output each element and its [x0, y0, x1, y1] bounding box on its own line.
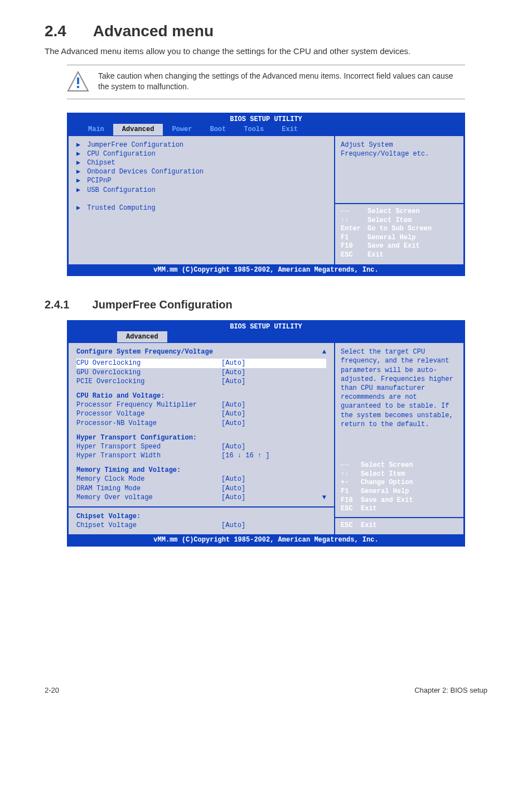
key-desc: Exit [361, 505, 377, 514]
key-hint: +-Change Option [341, 479, 458, 487]
key-desc: Change Option [361, 479, 413, 487]
field-label: Processor Voltage [76, 409, 221, 418]
key: ↑↓ [341, 470, 361, 479]
field-value: [Auto] [221, 368, 245, 377]
field-mem-clock-mode[interactable]: Memory Clock Mode[Auto] [76, 475, 326, 484]
field-ht-speed[interactable]: Hyper Transport Speed[Auto] [76, 442, 326, 451]
subsection-heading: 2.4.1 JumperFree Configuration [45, 298, 487, 311]
page-footer: 2-20 Chapter 2: BIOS setup [45, 669, 487, 700]
key-hint: F1General Help [341, 487, 458, 496]
field-label: CPU Overclocking [76, 359, 221, 368]
bios-tab-bar: Main Advanced Power Boot Tools Exit [68, 124, 464, 135]
key-desc: Select Item [361, 470, 405, 479]
key-hint: F10Save and Exit [341, 242, 458, 251]
bios-side-panel: Select the target CPU frequency, and the… [335, 343, 463, 534]
caution-text: Take caution when changing the settings … [98, 71, 465, 92]
field-proc-freq-mult[interactable]: Processor Frequency Multiplier[Auto] [76, 400, 326, 409]
field-label: Memory Clock Mode [76, 475, 221, 484]
tab-main[interactable]: Main [79, 124, 113, 135]
key: ESC [341, 505, 361, 514]
menu-item-cpu-config[interactable]: ▶ CPU Configuration [76, 149, 326, 158]
svg-rect-2 [77, 86, 79, 88]
bios-side-panel: Adjust System Frequency/Voltage etc. ←→S… [335, 136, 463, 264]
field-label: Hyper Transport Width [76, 451, 221, 460]
key-desc: Select Screen [367, 207, 420, 216]
tab-power[interactable]: Power [163, 124, 201, 135]
key-hint: ↑↓Select Item [341, 216, 458, 225]
tab-boot[interactable]: Boot [201, 124, 235, 135]
menu-item-chipset[interactable]: ▶ Chipset [76, 158, 326, 167]
menu-item-trusted-computing[interactable]: ▶ Trusted Computing [76, 204, 326, 212]
field-pcie-overclocking[interactable]: PCIE Overclocking[Auto] [76, 377, 326, 386]
intro-paragraph: The Advanced menu items allow you to cha… [45, 46, 487, 57]
field-proc-nb-voltage[interactable]: Processor-NB Voltage[Auto] [76, 419, 326, 428]
menu-item-label: JumperFree Configuration [87, 141, 183, 149]
field-mem-over-voltage[interactable]: Memory Over voltage[Auto]▼ [76, 493, 326, 502]
field-label: Hyper Transport Speed [76, 442, 221, 451]
bios-body: ▶ JumperFree Configuration ▶ CPU Configu… [68, 136, 464, 265]
key: ←→ [341, 207, 367, 216]
menu-item-jumperfree[interactable]: ▶ JumperFree Configuration [76, 141, 326, 149]
key-hint: ←→Select Screen [341, 207, 458, 216]
key-desc: Save and Exit [361, 496, 413, 505]
key-desc: General Help [361, 487, 409, 496]
menu-item-onboard[interactable]: ▶ Onboard Devices Configuration [76, 167, 326, 176]
menu-item-usb-config[interactable]: ▶ USB Configuration [76, 186, 326, 195]
bios-title: BIOS SETUP UTILITY [68, 114, 464, 124]
svg-rect-1 [77, 78, 79, 84]
bios-screen-advanced-menu: BIOS SETUP UTILITY Main Advanced Power B… [67, 113, 465, 276]
field-proc-voltage[interactable]: Processor Voltage[Auto] [76, 409, 326, 418]
key: +- [341, 479, 361, 487]
field-value: [Auto] [221, 400, 245, 409]
heading-number: 2.4 [45, 22, 89, 40]
key-hint: F1General Help [341, 234, 458, 243]
field-value: [Auto] [221, 442, 245, 451]
field-value: [Auto] [221, 521, 245, 530]
field-gpu-overclocking[interactable]: GPU Overclocking[Auto] [76, 368, 326, 377]
menu-item-label: USB Configuration [87, 186, 155, 194]
side-separator [335, 203, 463, 204]
key-hint: ←→Select Screen [341, 461, 458, 470]
field-chipset-voltage[interactable]: Chipset Voltage[Auto] [76, 521, 326, 530]
side-separator [335, 517, 463, 518]
tab-advanced[interactable]: Advanced [117, 331, 167, 342]
key: Enter [341, 225, 367, 234]
key-desc: Save and Exit [367, 242, 420, 251]
footer-chapter: Chapter 2: BIOS setup [414, 686, 487, 694]
tab-tools[interactable]: Tools [235, 124, 273, 135]
menu-spacer [76, 195, 326, 204]
key-desc: Select Item [367, 216, 412, 225]
subheading-text: JumperFree Configuration [93, 298, 233, 311]
key-hint: ESCExit [341, 521, 458, 530]
key-hint: EnterGo to Sub Screen [341, 225, 458, 234]
key: F1 [341, 234, 367, 243]
key: F1 [341, 487, 361, 496]
field-dram-timing-mode[interactable]: DRAM Timing Mode[Auto] [76, 484, 326, 493]
menu-item-pcipnp[interactable]: ▶ PCIPnP [76, 176, 326, 185]
field-ht-width[interactable]: Hyper Transport Width[16 ↓ 16 ↑ ] [76, 451, 326, 460]
bios-key-hints: ←→Select Screen ↑↓Select Item EnterGo to… [341, 207, 458, 260]
heading-text: Advanced menu [93, 22, 214, 40]
scroll-down-icon: ▼ [322, 493, 326, 502]
field-value: [Auto] [221, 409, 245, 418]
bios-help-text: Select the target CPU frequency, and the… [341, 347, 458, 458]
tab-exit[interactable]: Exit [273, 124, 307, 135]
field-cpu-overclocking[interactable]: CPU Overclocking[Auto] [76, 359, 326, 368]
group-chipset-voltage: Chipset Voltage: [76, 512, 326, 521]
key: ←→ [341, 461, 361, 470]
key-desc: Select Screen [361, 461, 413, 470]
menu-item-label: Onboard Devices Configuration [87, 168, 204, 176]
field-label: PCIE Overclocking [76, 377, 221, 386]
field-label: GPU Overclocking [76, 368, 221, 377]
key: ↑↓ [341, 216, 367, 225]
key: F10 [341, 242, 367, 251]
key-desc: Exit [367, 251, 384, 260]
field-value: [Auto] [221, 475, 245, 484]
footer-page-number: 2-20 [45, 686, 59, 694]
menu-item-label: PCIPnP [87, 177, 111, 185]
field-label: Processor-NB Voltage [76, 419, 221, 428]
scroll-up-icon: ▲ [322, 347, 326, 356]
tab-advanced[interactable]: Advanced [113, 124, 163, 135]
panel-header: Configure System Frequency/Voltage ▲ [76, 347, 326, 356]
menu-item-label: Chipset [87, 159, 115, 167]
